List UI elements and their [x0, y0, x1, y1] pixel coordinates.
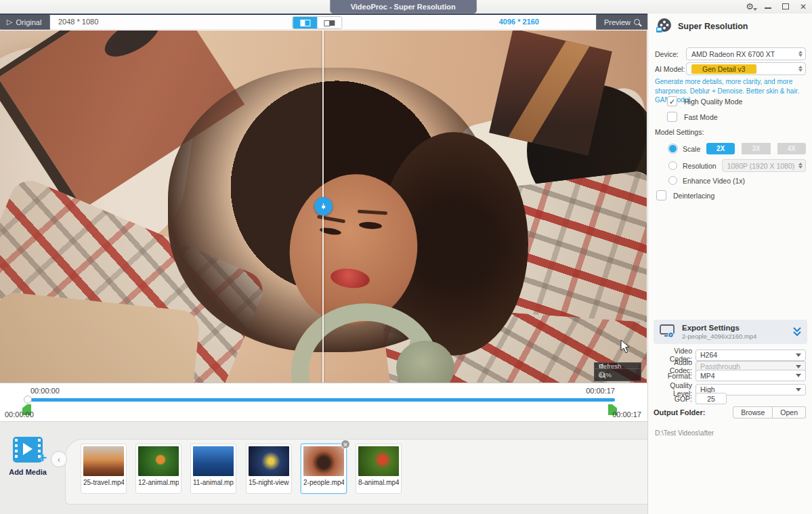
side-by-side-button[interactable] — [317, 17, 341, 28]
stepper-icon[interactable] — [798, 64, 803, 74]
minimize-icon — [765, 7, 771, 9]
thumbnail-image — [138, 446, 179, 476]
scale-4x-button[interactable]: 4X — [777, 143, 806, 154]
device-label: Device: — [655, 50, 686, 58]
thumbnail-image — [193, 446, 234, 476]
scroll-left-button[interactable]: ‹ — [51, 451, 67, 467]
split-view-icon — [300, 20, 310, 26]
timeline: 00:00:00 00:00:17 00:00:00 00:00:17 — [0, 383, 647, 422]
fast-mode-label: Fast Mode — [684, 113, 718, 121]
scale-label: Scale — [683, 145, 701, 153]
refresh-button[interactable]: ↺ Refresh — [595, 363, 641, 368]
refresh-label: Refresh — [599, 362, 621, 370]
mouse-cursor — [620, 339, 631, 354]
remove-media-button[interactable]: ✕ — [341, 440, 350, 449]
output-path: D:\Test Videos\after — [655, 429, 714, 437]
stepper-icon[interactable] — [798, 49, 803, 59]
timeline-start-time: 00:00:00 — [30, 387, 60, 395]
source-resolution: 2048 * 1080 — [58, 18, 98, 26]
split-divider-handle[interactable]: ◀ ▶ — [314, 197, 333, 215]
gop-input[interactable]: 25 — [696, 393, 727, 404]
add-media-label: Add Media — [7, 468, 49, 476]
media-item-8-animal[interactable]: 8-animal.mp4 — [356, 444, 402, 494]
settings-panel: Super Resolution Device: AMD Radeon RX 6… — [647, 14, 812, 514]
device-select[interactable]: AMD Radeon RX 6700 XT — [686, 47, 806, 60]
preview-toolbar: ▷ Original 2048 * 1080 4096 * 2160 Previ… — [0, 15, 647, 30]
preview-pane: ▷ Original 2048 * 1080 4096 * 2160 Previ… — [0, 14, 647, 383]
thumbnail-image — [249, 446, 289, 476]
play-outline-icon: ▷ — [7, 18, 12, 26]
timeline-progress-bar[interactable] — [27, 398, 615, 402]
media-item-11-animal[interactable]: 11-animal.mp4 — [190, 444, 236, 494]
scale-2x-button[interactable]: 2X — [706, 143, 735, 154]
resolution-label: Resolution — [683, 162, 717, 170]
thumbnail-image — [358, 446, 399, 476]
trim-end-time: 00:00:17 — [612, 410, 641, 419]
chevron-left-icon: ‹ — [58, 454, 60, 465]
title-bar: VideoProc - Super Resolution ⚙ ✕ — [0, 0, 812, 14]
settings-gear-icon[interactable]: ⚙ — [746, 0, 754, 14]
minimize-button[interactable] — [765, 0, 771, 14]
deinterlacing-checkbox[interactable] — [656, 190, 666, 200]
output-resolution: 4096 * 2160 — [499, 18, 539, 26]
thumbnail-image — [303, 446, 344, 476]
add-media-icon: + — [13, 437, 43, 463]
output-folder-label: Output Folder: — [654, 408, 705, 416]
maximize-button[interactable] — [782, 0, 789, 14]
gop-label: GOP: — [654, 395, 696, 403]
videoproc-window: VideoProc - Super Resolution ⚙ ✕ ▷ Origi… — [0, 0, 812, 514]
maximize-icon — [782, 3, 789, 9]
panel-title: Super Resolution — [678, 22, 748, 31]
stepper-icon — [798, 160, 803, 171]
video-preview: ◀ ▶ ↺ Refresh 44% — [0, 30, 647, 383]
close-button[interactable]: ✕ — [800, 0, 807, 14]
ai-model-value: Gen Detail v3 — [691, 64, 756, 74]
add-media-button[interactable]: + Add Media — [7, 437, 49, 476]
side-by-side-icon — [324, 20, 335, 26]
export-settings-icon — [659, 324, 677, 340]
model-settings-label: Model Settings: — [655, 128, 704, 136]
thumbnail-image — [83, 446, 124, 476]
export-settings-title: Export Settings — [682, 324, 787, 332]
open-button[interactable]: Open — [773, 406, 806, 419]
high-quality-label: High Quality Mode — [684, 98, 742, 106]
playhead-knob[interactable] — [24, 395, 32, 404]
media-item-12-animal[interactable]: 12-animal.mp4 — [135, 444, 181, 494]
ai-model-label: AI Model: — [655, 65, 686, 73]
media-item-25-travel[interactable]: 25-travel.mp4 — [81, 444, 127, 494]
original-side-overlay — [0, 30, 323, 383]
fast-mode-checkbox[interactable] — [667, 112, 677, 122]
ai-model-select[interactable]: Gen Detail v3 — [686, 62, 806, 75]
browse-button[interactable]: Browse — [733, 406, 773, 419]
collapse-chevron-icon[interactable] — [792, 326, 802, 337]
scale-radio[interactable] — [668, 144, 677, 153]
preview-label: Preview — [604, 18, 631, 26]
split-view-button[interactable] — [293, 17, 317, 28]
dropdown-caret-icon — [796, 374, 801, 380]
super-resolution-icon — [655, 18, 672, 35]
format-select[interactable]: MP4 — [696, 370, 806, 381]
arrow-right-icon: ▶ — [322, 204, 325, 209]
format-label: Format: — [654, 372, 696, 380]
deinterlacing-label: Deinterlacing — [673, 192, 714, 200]
media-item-2-people-selected[interactable]: ✕ 2-people.mp4 — [301, 444, 347, 494]
window-title: VideoProc - Super Resolution — [330, 0, 477, 14]
zoom-percent: 44% — [599, 371, 612, 379]
original-tab[interactable]: ▷ Original — [0, 15, 50, 30]
export-filename: 2-people_4096x2160.mp4 — [682, 333, 787, 340]
enhance-video-label: Enhance Video (1x) — [683, 177, 745, 185]
export-settings-header[interactable]: Export Settings 2-people_4096x2160.mp4 — [654, 320, 807, 344]
enhance-video-radio[interactable] — [668, 176, 677, 185]
viewer-controls-overlay: ↺ Refresh 44% — [594, 362, 641, 381]
zoom-level-button[interactable]: 44% — [595, 368, 641, 381]
compare-mode-toggle — [292, 16, 342, 29]
original-label: Original — [16, 18, 41, 26]
trim-start-time: 00:00:00 — [5, 410, 34, 419]
resolution-select[interactable]: 1080P (1920 X 1080) — [722, 159, 806, 172]
preview-button[interactable]: Preview — [596, 15, 647, 30]
magnifier-icon — [634, 19, 640, 25]
resolution-radio[interactable] — [668, 161, 677, 170]
high-quality-checkbox[interactable]: ✓ — [667, 96, 677, 106]
media-item-15-night-view[interactable]: 15-night-view.mp4 — [246, 444, 292, 494]
scale-3x-button[interactable]: 3X — [742, 143, 770, 154]
